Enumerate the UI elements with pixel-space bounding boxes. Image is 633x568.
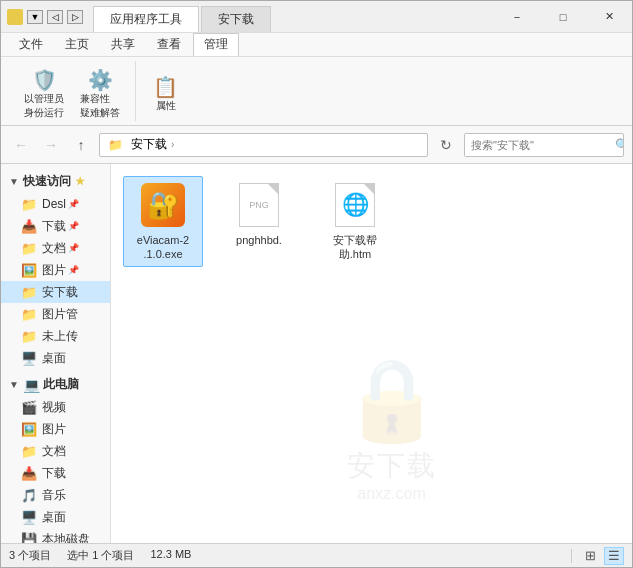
imgmgr-icon: 📁 [21, 307, 37, 322]
pin-icon-docs: 📌 [68, 243, 79, 253]
forward-btn-title[interactable]: ▷ [67, 10, 83, 24]
crumb-folder-icon: 📁 [108, 138, 123, 152]
run-btns: 🛡️ 以管理员身份运行 ⚙️ 兼容性疑难解答 [17, 69, 127, 121]
watermark-url: anxz.com [357, 485, 425, 503]
file-icon-htm: 🌐 [331, 181, 379, 229]
docs-icon: 📁 [21, 241, 37, 256]
sidebar-item-anxz[interactable]: 📁 安下载 [1, 281, 110, 303]
ribbon-group-info: 📋 属性 [138, 61, 193, 121]
sidebar-item-pictures2[interactable]: 🖼️ 图片 [1, 418, 110, 440]
anxz-icon: 📁 [21, 285, 37, 300]
ribbon-tab-share[interactable]: 共享 [101, 34, 145, 55]
selected-count: 选中 1 个项目 [67, 548, 134, 563]
ribbon-tab-file[interactable]: 文件 [9, 34, 53, 55]
pin-icon-pic: 📌 [68, 265, 79, 275]
search-box: 🔍 [464, 133, 624, 157]
watermark-icon: 🔒 [342, 353, 442, 447]
minimize-button[interactable]: − [494, 1, 540, 33]
sidebar-item-video[interactable]: 🎬 视频 [1, 396, 110, 418]
pictures-icon: 🖼️ [21, 263, 37, 278]
sidebar-item-localdisk[interactable]: 💾 本地磁盘 [1, 528, 110, 543]
statusbar: 3 个项目 选中 1 个项目 12.3 MB ⊞ ☰ [1, 543, 632, 567]
crumb-text: 安下载 [131, 136, 167, 153]
search-icon[interactable]: 🔍 [615, 134, 624, 156]
file-label-exe: eViacam-2.1.0.exe [137, 233, 189, 262]
compat-icon: ⚙️ [88, 70, 113, 90]
search-input[interactable] [465, 134, 615, 156]
file-item-exe[interactable]: eViacam-2.1.0.exe [123, 176, 203, 267]
quickaccess-arrow: ▼ [9, 176, 19, 187]
ribbon: 文件 主页 共享 查看 管理 🛡️ 以管理员身份运行 ⚙️ 兼容性疑难解答 [1, 33, 632, 126]
quick-access-btn[interactable]: ▼ [27, 10, 43, 24]
computer-label: 此电脑 [43, 376, 79, 393]
item-count: 3 个项目 [9, 548, 51, 563]
back-btn-title[interactable]: ◁ [47, 10, 63, 24]
quickaccess-header[interactable]: ▼ 快速访问 ★ [1, 170, 110, 193]
properties-btn[interactable]: 📋 属性 [146, 69, 185, 121]
titlebar-left: ▼ ◁ ▷ [1, 1, 89, 32]
detail-view-btn[interactable]: ☰ [604, 547, 624, 565]
sidebar-item-download2[interactable]: 📥 下载 [1, 462, 110, 484]
upload-icon: 📁 [21, 329, 37, 344]
sidebar-item-music[interactable]: 🎵 音乐 [1, 484, 110, 506]
compatibility-btn[interactable]: ⚙️ 兼容性疑难解答 [73, 69, 127, 121]
localdisk-icon: 💾 [21, 532, 37, 544]
ribbon-tab-row: 文件 主页 共享 查看 管理 [1, 33, 632, 57]
exe-icon-shape [141, 183, 185, 227]
sidebar-item-docs2[interactable]: 📁 文档 [1, 440, 110, 462]
forward-button[interactable]: → [39, 133, 63, 157]
sidebar: ▼ 快速访问 ★ 📁 Desl 📌 📥 下载 📌 📁 文档 � [1, 164, 111, 543]
run-as-admin-btn[interactable]: 🛡️ 以管理员身份运行 [17, 69, 71, 121]
folder-icon: 📁 [21, 197, 37, 212]
desktop2-icon: 🖥️ [21, 510, 37, 525]
sidebar-item-download[interactable]: 📥 下载 📌 [1, 215, 110, 237]
content-area: eViacam-2.1.0.exe PNG pnghhbd. 🌐 [111, 164, 632, 543]
info-btns: 📋 属性 [146, 69, 185, 121]
desktop-icon: 🖥️ [21, 351, 37, 366]
sidebar-item-desktop[interactable]: 🖥️ 桌面 [1, 347, 110, 369]
up-button[interactable]: ↑ [69, 133, 93, 157]
address-bar[interactable]: 📁 安下载 › [99, 133, 428, 157]
computer-icon: 💻 [23, 377, 40, 393]
sidebar-item-desl[interactable]: 📁 Desl 📌 [1, 193, 110, 215]
sidebar-item-pictures[interactable]: 🖼️ 图片 📌 [1, 259, 110, 281]
watermark-text: 安下载 [347, 447, 437, 485]
file-label-png: pnghhbd. [236, 233, 282, 247]
statusbar-right: ⊞ ☰ [580, 547, 624, 565]
computer-header[interactable]: ▼ 💻 此电脑 [1, 373, 110, 396]
back-button[interactable]: ← [9, 133, 33, 157]
sidebar-item-desktop2[interactable]: 🖥️ 桌面 [1, 506, 110, 528]
admin-icon: 🛡️ [32, 70, 57, 90]
status-separator [571, 549, 572, 563]
music-icon: 🎵 [21, 488, 37, 503]
refresh-button[interactable]: ↻ [434, 133, 458, 157]
maximize-button[interactable]: □ [540, 1, 586, 33]
file-grid: eViacam-2.1.0.exe PNG pnghhbd. 🌐 [123, 176, 620, 267]
sidebar-item-docs[interactable]: 📁 文档 📌 [1, 237, 110, 259]
ribbon-tab-home[interactable]: 主页 [55, 34, 99, 55]
download-folder-icon: 📥 [21, 219, 37, 234]
ribbon-tabs-row: 应用程序工具 安下载 [89, 1, 494, 32]
selected-size: 12.3 MB [150, 548, 191, 563]
ribbon-content: 🛡️ 以管理员身份运行 ⚙️ 兼容性疑难解答 📋 属性 [1, 57, 632, 125]
file-icon-png: PNG [235, 181, 283, 229]
file-item-htm[interactable]: 🌐 安下载帮助.htm [315, 176, 395, 267]
watermark: 🔒 安下载 anxz.com [342, 353, 442, 503]
large-icon-view-btn[interactable]: ⊞ [580, 547, 600, 565]
app-tools-tab[interactable]: 应用程序工具 [93, 6, 199, 32]
window-controls: − □ ✕ [494, 1, 632, 32]
close-button[interactable]: ✕ [586, 1, 632, 33]
sidebar-item-upload[interactable]: 📁 未上传 [1, 325, 110, 347]
pin-icon: 📌 [68, 199, 79, 209]
download-tab[interactable]: 安下载 [201, 6, 271, 32]
sidebar-item-imgmgr[interactable]: 📁 图片管 [1, 303, 110, 325]
quickaccess-star-icon: ★ [75, 175, 85, 188]
ribbon-group-run: 🛡️ 以管理员身份运行 ⚙️ 兼容性疑难解答 [9, 61, 136, 121]
file-item-png[interactable]: PNG pnghhbd. [219, 176, 299, 267]
computer-section: ▼ 💻 此电脑 🎬 视频 🖼️ 图片 📁 文档 📥 [1, 371, 110, 543]
ribbon-tab-manage[interactable]: 管理 [193, 33, 239, 56]
properties-icon: 📋 [153, 77, 178, 97]
pin-icon-dl: 📌 [68, 221, 79, 231]
ribbon-tab-view[interactable]: 查看 [147, 34, 191, 55]
htm-icon-shape: 🌐 [335, 183, 375, 227]
